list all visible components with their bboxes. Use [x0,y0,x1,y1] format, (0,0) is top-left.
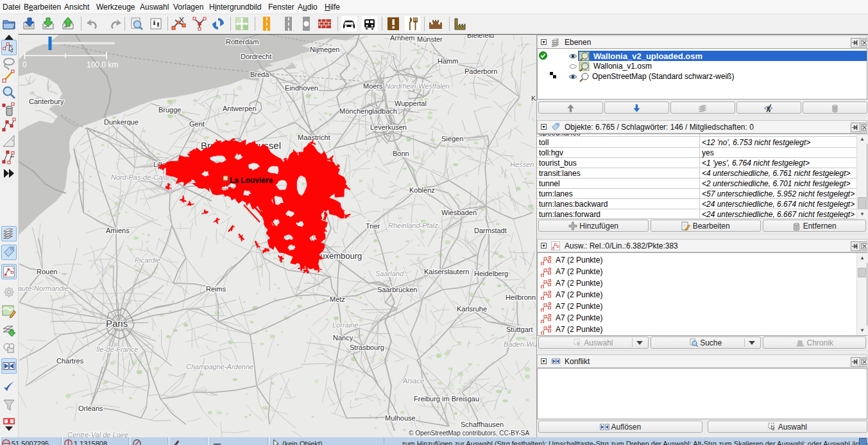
svg-text:Paris: Paris [106,318,128,329]
svg-text:Trier: Trier [366,222,380,230]
svg-text:Nancy: Nancy [333,334,353,342]
svg-text:Baden-Württem: Baden-Württem [504,340,536,348]
svg-text:Stuttgart: Stuttgart [506,326,533,333]
svg-text:Wiesbaden: Wiesbaden [441,209,477,216]
svg-text:Hessen: Hessen [510,161,534,168]
svg-text:Siegen: Siegen [441,135,463,143]
svg-text:Champagne-Ardenne: Champagne-Ardenne [186,363,253,371]
svg-text:Mönchengladbach: Mönchengladbach [339,107,397,115]
svg-text:Karlsruhe: Karlsruhe [457,305,487,313]
svg-text:Brugge: Brugge [158,106,181,114]
svg-text:Chartres: Chartres [56,357,84,365]
svg-text:Paderborn: Paderborn [464,67,497,75]
svg-text:Rotterdam: Rotterdam [226,38,259,46]
svg-text:Nordrhein-Westfalen: Nordrhein-Westfalen [385,82,450,90]
svg-text:Schaffhausen: Schaffhausen [461,421,504,428]
svg-text:Metz: Metz [330,295,345,303]
svg-text:0: 0 [22,60,27,69]
svg-text:Münster: Münster [417,35,443,43]
svg-text:Amiens: Amiens [106,227,130,234]
svg-text:Darmstadt: Darmstadt [474,227,507,234]
svg-text:Nord-Pas-de-Calais: Nord-Pas-de-Calais [111,173,173,181]
svg-text:Lorraine: Lorraine [332,321,358,329]
svg-text:Koblenz: Koblenz [409,186,435,194]
svg-text:Picardie: Picardie [135,256,160,264]
svg-text:Wuppertal: Wuppertal [395,100,427,107]
svg-text:Heilbronn: Heilbronn [506,293,536,301]
svg-text:Gent: Gent [189,120,205,128]
svg-text:Hamm: Hamm [438,57,458,65]
svg-text:Kassel: Kassel [531,94,536,102]
svg-text:Strasbourg: Strasbourg [350,344,384,351]
svg-text:Orléans: Orléans [78,405,103,412]
svg-text:Bonn: Bonn [393,150,409,157]
svg-text:Leverkusen: Leverkusen [370,123,407,131]
svg-text:Canterbury: Canterbury [29,98,64,105]
svg-text:Nijmegen: Nijmegen [310,46,339,53]
svg-text:Moers: Moers [363,82,383,90]
svg-text:Rheinland-Pfalz: Rheinland-Pfalz [388,222,438,229]
svg-text:Freiburg im Breisgau: Freiburg im Breisgau [414,395,479,403]
svg-text:Reims: Reims [206,285,226,293]
svg-text:Maastricht: Maastricht [298,134,330,141]
svg-text:Île-de-France: Île-de-France [96,345,138,353]
svg-text:Alsace: Alsace [402,377,424,385]
svg-text:Dordrecht: Dordrecht [241,53,271,60]
svg-text:Bielefeld: Bielefeld [467,35,494,39]
svg-text:Saarbrücken: Saarbrücken [377,286,417,293]
svg-text:aute-Normandie: aute-Normandie [19,284,69,292]
svg-text:Mulhouse: Mulhouse [385,414,416,422]
svg-text:Heidelberg: Heidelberg [474,270,508,277]
svg-text:Antwerpen: Antwerpen [223,105,257,112]
svg-text:Kaiserslautern: Kaiserslautern [424,268,469,275]
svg-text:© OpenStreetMap contributors,: © OpenStreetMap contributors, CC-BY-SA [409,430,530,437]
svg-text:Rouen: Rouen [37,268,57,275]
svg-text:Breda: Breda [250,71,269,78]
svg-text:100.0 km: 100.0 km [87,60,118,69]
svg-text:Dunkerque: Dunkerque [104,118,139,126]
svg-text:Saarland: Saarland [375,270,404,277]
svg-text:La Louvière: La Louvière [230,176,273,185]
svg-text:Eindhoven: Eindhoven [285,84,318,92]
svg-text:Arnhem: Arnhem [390,35,415,42]
